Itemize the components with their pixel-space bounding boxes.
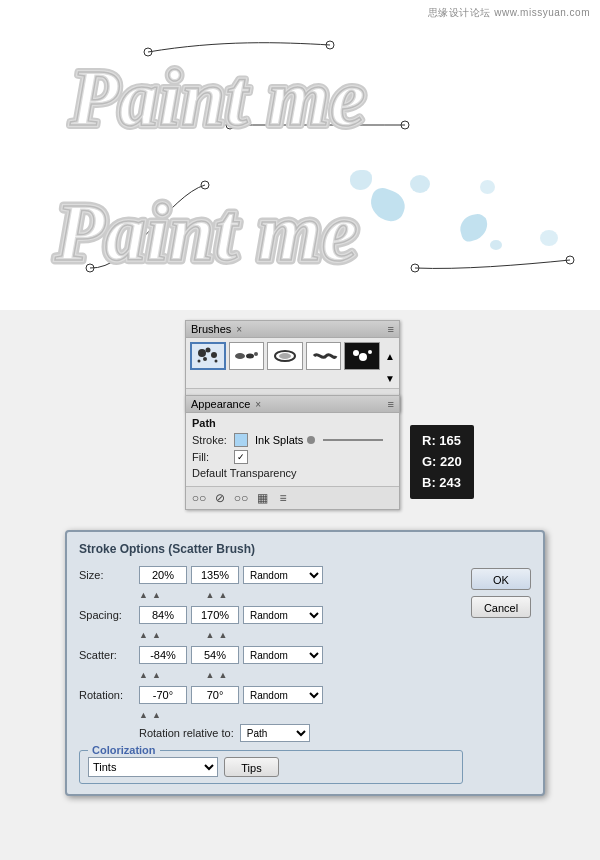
size-arrow-up2[interactable]: ▲ bbox=[152, 590, 161, 602]
size-input-group: Random Fixed bbox=[139, 566, 323, 584]
svg-point-21 bbox=[246, 354, 254, 359]
panel-menu-icon[interactable]: ≡ bbox=[388, 323, 394, 335]
duplicate-icon[interactable]: ○○ bbox=[232, 489, 250, 507]
rotation-input-1[interactable] bbox=[139, 686, 187, 704]
ok-button[interactable]: OK bbox=[471, 568, 531, 590]
svg-text:Paint me: Paint me bbox=[69, 54, 366, 142]
dialog-title: Stroke Options (Scatter Brush) bbox=[79, 542, 531, 556]
svg-point-26 bbox=[359, 353, 367, 361]
stroke-label: Stroke: bbox=[192, 434, 234, 446]
size-input-2[interactable] bbox=[191, 566, 239, 584]
rotation-input-2[interactable] bbox=[191, 686, 239, 704]
svg-point-22 bbox=[254, 352, 258, 356]
svg-point-25 bbox=[353, 350, 359, 356]
appearance-bottom-toolbar: ○○ ⊘ ○○ ▦ ≡ bbox=[186, 486, 399, 509]
size-row: Size: Random Fixed bbox=[79, 566, 463, 584]
appearance-menu-icon[interactable]: ≡ bbox=[388, 398, 394, 410]
brush-item-5[interactable] bbox=[344, 342, 380, 370]
svg-point-20 bbox=[235, 353, 245, 359]
clear-icon[interactable]: ⊘ bbox=[211, 489, 229, 507]
spacing-arrows: ▲ ▲ ▲ ▲ bbox=[79, 630, 463, 642]
scatter-arrow-up2[interactable]: ▲ bbox=[152, 670, 161, 682]
rotation-relative-dropdown[interactable]: Path Page bbox=[240, 724, 310, 742]
rotation-arrow-up1[interactable]: ▲ bbox=[139, 710, 148, 720]
colorization-row: Tints Tints and Shades Hue Shift None Ti… bbox=[88, 757, 454, 777]
svg-point-14 bbox=[198, 349, 206, 357]
appearance-content: Path Stroke: Ink Splats Fill: ✓ Default … bbox=[186, 413, 399, 486]
brushes-scroll-up[interactable]: ▲ bbox=[385, 351, 395, 362]
scatter-arrow-up1[interactable]: ▲ bbox=[139, 670, 148, 682]
stroke-swatch-area[interactable]: Ink Splats bbox=[234, 433, 387, 447]
colorization-group: Colorization Tints Tints and Shades Hue … bbox=[79, 750, 463, 784]
scatter-dropdown[interactable]: Random Fixed bbox=[243, 646, 323, 664]
size-arrow-up1[interactable]: ▲ bbox=[139, 590, 148, 602]
brush-item-3[interactable] bbox=[267, 342, 303, 370]
appearance-title-bar: Appearance × ≡ bbox=[186, 396, 399, 413]
colorization-select[interactable]: Tints Tints and Shades Hue Shift None bbox=[88, 757, 218, 777]
rotation-label: Rotation: bbox=[79, 689, 139, 701]
fill-row: Fill: ✓ bbox=[192, 450, 393, 464]
spacing-arrow-down1[interactable]: ▲ bbox=[206, 630, 215, 642]
stroke-row: Stroke: Ink Splats bbox=[192, 433, 393, 447]
brush-item-1[interactable] bbox=[190, 342, 226, 370]
add-effect-icon[interactable]: ○○ bbox=[190, 489, 208, 507]
svg-point-19 bbox=[197, 360, 200, 363]
delete-icon[interactable]: ▦ bbox=[253, 489, 271, 507]
size-arrows: ▲ ▲ ▲ ▲ bbox=[79, 590, 463, 602]
scatter-row: Scatter: Random Fixed bbox=[79, 646, 463, 664]
rotation-arrow-up2[interactable]: ▲ bbox=[152, 710, 161, 720]
dialog-main: Size: Random Fixed ▲ ▲ ▲ ▲ bbox=[79, 566, 463, 784]
spacing-arrow-up1[interactable]: ▲ bbox=[139, 630, 148, 642]
scatter-arrow-down2[interactable]: ▲ bbox=[218, 670, 227, 682]
rotation-dropdown[interactable]: Random Fixed bbox=[243, 686, 323, 704]
brushes-title-bar: Brushes × ≡ bbox=[186, 321, 399, 338]
spacing-label: Spacing: bbox=[79, 609, 139, 621]
spacing-dropdown[interactable]: Random Fixed bbox=[243, 606, 323, 624]
spacing-arrow-down2[interactable]: ▲ bbox=[218, 630, 227, 642]
appearance-panel: Appearance × ≡ Path Stroke: Ink Splats F… bbox=[185, 395, 400, 510]
transparency-label: Default Transparency bbox=[192, 467, 393, 479]
spacing-input-1[interactable] bbox=[139, 606, 187, 624]
spacing-arrow-up2[interactable]: ▲ bbox=[152, 630, 161, 642]
rotation-row: Rotation: Random Fixed bbox=[79, 686, 463, 704]
paint-me-bottom-text: Paint me Paint me Paint me bbox=[30, 160, 590, 290]
appearance-tab-label[interactable]: Appearance bbox=[191, 398, 250, 410]
stroke-color-swatch[interactable] bbox=[234, 433, 248, 447]
scatter-input-group: Random Fixed bbox=[139, 646, 323, 664]
svg-point-18 bbox=[214, 360, 217, 363]
brushes-close[interactable]: × bbox=[236, 324, 242, 335]
spacing-input-2[interactable] bbox=[191, 606, 239, 624]
brushes-tab-label[interactable]: Brushes bbox=[191, 323, 231, 335]
brush-row: ▲ bbox=[190, 342, 395, 370]
svg-point-15 bbox=[205, 348, 210, 353]
rotation-input-group: Random Fixed bbox=[139, 686, 323, 704]
scatter-input-1[interactable] bbox=[139, 646, 187, 664]
size-arrow-down2[interactable]: ▲ bbox=[218, 590, 227, 602]
tips-button[interactable]: Tips bbox=[224, 757, 279, 777]
canvas-area: 思缘设计论坛 www.missyuan.com Paint me Paint m… bbox=[0, 0, 600, 310]
stroke-options-dialog: Stroke Options (Scatter Brush) Size: Ran… bbox=[65, 530, 545, 796]
colorization-legend: Colorization bbox=[88, 744, 160, 756]
spacing-input-group: Random Fixed bbox=[139, 606, 323, 624]
size-input-1[interactable] bbox=[139, 566, 187, 584]
move-icon[interactable]: ≡ bbox=[274, 489, 292, 507]
scatter-arrows: ▲ ▲ ▲ ▲ bbox=[79, 670, 463, 682]
size-label: Size: bbox=[79, 569, 139, 581]
cancel-button[interactable]: Cancel bbox=[471, 596, 531, 618]
dialog-buttons: OK Cancel bbox=[471, 566, 531, 784]
rgb-tooltip: R: 165 G: 220 B: 243 bbox=[410, 425, 474, 499]
g-value: G: 220 bbox=[422, 452, 462, 473]
scatter-input-2[interactable] bbox=[191, 646, 239, 664]
brush-item-2[interactable] bbox=[229, 342, 265, 370]
scatter-arrow-down1[interactable]: ▲ bbox=[206, 670, 215, 682]
brush-item-4[interactable] bbox=[306, 342, 342, 370]
svg-point-24 bbox=[279, 353, 291, 359]
fill-swatch[interactable]: ✓ bbox=[234, 450, 248, 464]
spacing-row: Spacing: Random Fixed bbox=[79, 606, 463, 624]
brushes-scroll-down[interactable]: ▼ bbox=[385, 373, 395, 384]
size-arrow-down1[interactable]: ▲ bbox=[206, 590, 215, 602]
appearance-close[interactable]: × bbox=[255, 399, 261, 410]
paint-me-top-text: Paint me Paint me Paint me bbox=[40, 30, 570, 150]
svg-point-17 bbox=[203, 357, 207, 361]
size-dropdown[interactable]: Random Fixed bbox=[243, 566, 323, 584]
